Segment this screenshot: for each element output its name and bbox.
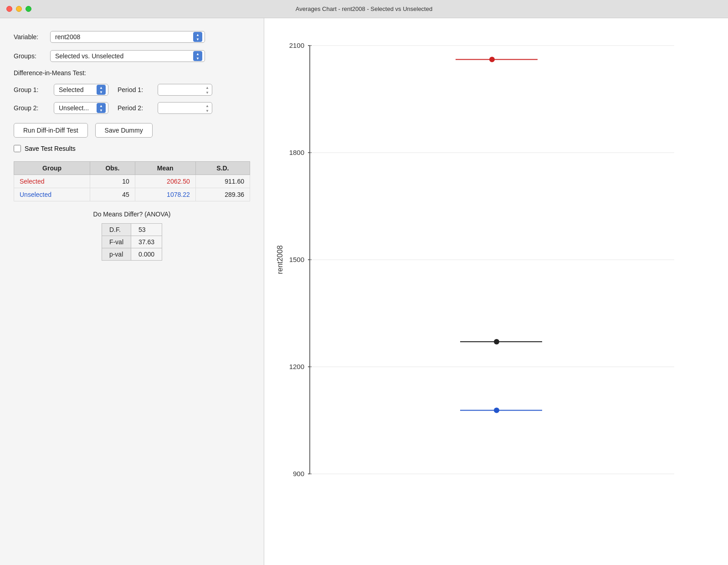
- group2-label: Group 2:: [14, 104, 50, 112]
- period1-wrapper: Period 1: ▲ ▼: [118, 84, 212, 96]
- table-row: Unselected451078.22289.36: [14, 188, 250, 201]
- selected-point: [489, 57, 495, 62]
- variable-select[interactable]: rent2008: [50, 31, 205, 43]
- period1-label: Period 1:: [118, 86, 154, 93]
- table-cell-obs: 45: [90, 188, 135, 201]
- action-buttons-row: Run Diff-in-Diff Test Save Dummy: [14, 123, 250, 138]
- anova-row: D.F.53: [102, 224, 162, 236]
- group1-select[interactable]: Selected: [54, 84, 108, 96]
- variable-row: Variable: rent2008 ▲ ▼: [14, 31, 250, 43]
- table-row: Selected102062.50911.60: [14, 175, 250, 188]
- unselected-point: [494, 408, 499, 413]
- window-controls: [6, 6, 31, 12]
- diff-means-section: Difference-in-Means Test:: [14, 69, 250, 77]
- variable-select-wrapper: rent2008 ▲ ▼: [50, 31, 205, 43]
- close-button[interactable]: [6, 6, 12, 12]
- table-cell-sd: 289.36: [195, 188, 250, 201]
- diff-means-label: Difference-in-Means Test:: [14, 69, 86, 77]
- group2-wrapper: Group 2: Unselect... ▲ ▼: [14, 102, 108, 114]
- period2-up-icon[interactable]: ▲: [204, 103, 210, 108]
- groups-label: Groups:: [14, 52, 50, 60]
- maximize-button[interactable]: [26, 6, 31, 12]
- group1-period1-row: Group 1: Selected ▲ ▼ Period 1: ▲: [14, 84, 250, 96]
- group2-select-wrapper: Unselect... ▲ ▼: [54, 102, 108, 114]
- group1-wrapper: Group 1: Selected ▲ ▼: [14, 84, 108, 96]
- save-test-label: Save Test Results: [25, 145, 76, 152]
- period1-stepper: ▲ ▼: [204, 85, 210, 95]
- right-panel: rent2008 900 1200 1500 1800 2100: [264, 18, 728, 565]
- period2-wrapper: Period 2: ▲ ▼: [118, 102, 212, 114]
- period1-down-icon[interactable]: ▼: [204, 90, 210, 95]
- col-obs: Obs.: [90, 162, 135, 175]
- y-axis-label: rent2008: [276, 245, 284, 274]
- period2-label: Period 2:: [118, 104, 154, 112]
- col-mean: Mean: [135, 162, 195, 175]
- anova-value: 53: [131, 224, 162, 236]
- anova-row: F-val37.63: [102, 236, 162, 248]
- table-cell-group: Selected: [14, 175, 90, 188]
- anova-label: D.F.: [102, 224, 131, 236]
- table-cell-mean: 2062.50: [135, 175, 195, 188]
- table-cell-mean: 1078.22: [135, 188, 195, 201]
- table-cell-obs: 10: [90, 175, 135, 188]
- anova-table: D.F.53F-val37.63p-val0.000: [102, 223, 162, 261]
- y-tick-900: 900: [293, 470, 304, 478]
- y-tick-2100: 2100: [289, 41, 304, 49]
- col-group: Group: [14, 162, 90, 175]
- save-test-checkbox[interactable]: [14, 145, 21, 152]
- anova-section: Do Means Differ? (ANOVA) D.F.53F-val37.6…: [14, 211, 250, 261]
- anova-label: p-val: [102, 248, 131, 261]
- groups-select-wrapper: Selected vs. Unselected ▲ ▼: [50, 50, 205, 62]
- group2-period2-row: Group 2: Unselect... ▲ ▼ Period 2: ▲: [14, 102, 250, 114]
- stats-table: Group Obs. Mean S.D. Selected102062.5091…: [14, 161, 250, 201]
- anova-value: 0.000: [131, 248, 162, 261]
- minimize-button[interactable]: [16, 6, 22, 12]
- titlebar: Averages Chart - rent2008 - Selected vs …: [0, 0, 728, 18]
- table-cell-sd: 911.60: [195, 175, 250, 188]
- save-test-row: Save Test Results: [14, 145, 250, 152]
- anova-label: F-val: [102, 236, 131, 248]
- run-diff-button[interactable]: Run Diff-in-Diff Test: [14, 123, 88, 138]
- anova-value: 37.63: [131, 236, 162, 248]
- variable-label: Variable:: [14, 33, 50, 41]
- group1-label: Group 1:: [14, 86, 50, 93]
- period1-up-icon[interactable]: ▲: [204, 85, 210, 90]
- anova-title: Do Means Differ? (ANOVA): [14, 211, 250, 218]
- y-tick-1200: 1200: [289, 363, 304, 370]
- window-title: Averages Chart - rent2008 - Selected vs …: [296, 5, 432, 12]
- y-tick-1800: 1800: [289, 149, 304, 156]
- anova-row: p-val0.000: [102, 248, 162, 261]
- group2-select[interactable]: Unselect...: [54, 102, 108, 114]
- period2-stepper: ▲ ▼: [204, 103, 210, 113]
- save-dummy-button[interactable]: Save Dummy: [95, 123, 153, 138]
- group1-select-wrapper: Selected ▲ ▼: [54, 84, 108, 96]
- averages-chart: rent2008 900 1200 1500 1800 2100: [264, 18, 728, 565]
- table-cell-group: Unselected: [14, 188, 90, 201]
- y-tick-1500: 1500: [289, 256, 304, 263]
- period1-input-wrapper: ▲ ▼: [158, 84, 212, 96]
- overall-point: [494, 339, 499, 344]
- groups-select[interactable]: Selected vs. Unselected: [50, 50, 205, 62]
- left-panel: Variable: rent2008 ▲ ▼ Groups: Selected …: [0, 18, 264, 565]
- col-sd: S.D.: [195, 162, 250, 175]
- period2-input-wrapper: ▲ ▼: [158, 102, 212, 114]
- period2-down-icon[interactable]: ▼: [204, 108, 210, 113]
- groups-row: Groups: Selected vs. Unselected ▲ ▼: [14, 50, 250, 62]
- main-container: Variable: rent2008 ▲ ▼ Groups: Selected …: [0, 18, 728, 565]
